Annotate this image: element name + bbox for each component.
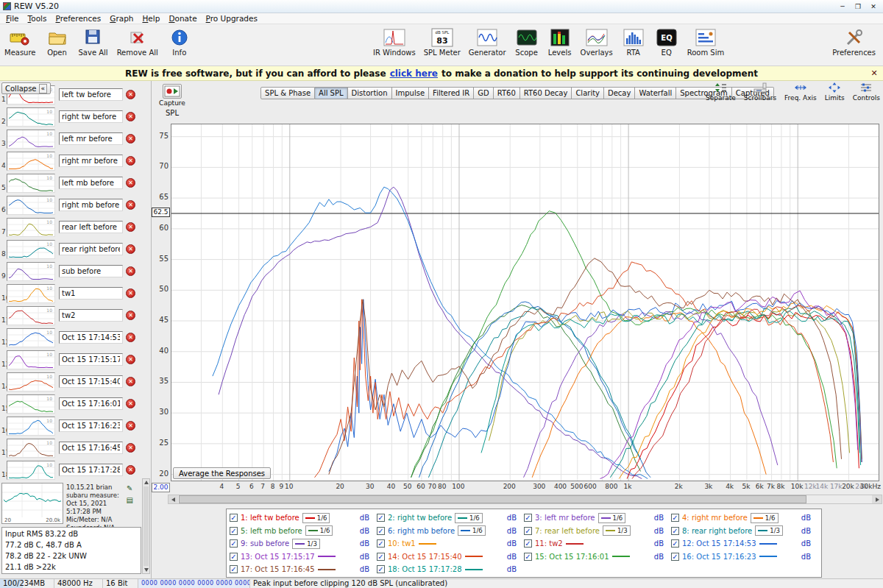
- legend-label[interactable]: 15: Oct 15 17:16:01: [535, 553, 609, 561]
- remove-all-button[interactable]: Remove All: [116, 26, 160, 57]
- measurement-details-icon[interactable]: ▤: [127, 496, 133, 504]
- scrollbars-button[interactable]: Scrollbars: [744, 82, 776, 102]
- legend-checkbox[interactable]: ✓: [377, 514, 385, 522]
- measurement-row[interactable]: 1410✕: [0, 371, 152, 393]
- legend-label[interactable]: 11: tw2: [535, 539, 563, 548]
- maximize-icon[interactable]: ❐: [851, 1, 865, 12]
- delete-measurement-icon[interactable]: ✕: [126, 244, 135, 254]
- scroll-left-arrow[interactable]: [169, 495, 178, 503]
- delete-measurement-icon[interactable]: ✕: [126, 311, 135, 320]
- measurement-thumbnail[interactable]: 10: [7, 284, 55, 303]
- measurement-name-input[interactable]: [59, 464, 123, 476]
- donate-link[interactable]: click here: [390, 68, 438, 79]
- delete-measurement-icon[interactable]: ✕: [126, 443, 135, 453]
- tab-gd[interactable]: GD: [474, 87, 493, 99]
- measurement-name-input[interactable]: [59, 243, 123, 255]
- legend-checkbox[interactable]: ✓: [671, 527, 679, 535]
- measurement-row[interactable]: 610✕: [0, 194, 152, 216]
- measurement-row[interactable]: 1210✕: [0, 327, 152, 349]
- generator-button[interactable]: Generator: [467, 26, 508, 57]
- measurement-row[interactable]: 910✕: [0, 261, 152, 283]
- tab-impulse[interactable]: Impulse: [392, 87, 430, 99]
- legend-checkbox[interactable]: ✓: [230, 539, 238, 548]
- close-icon[interactable]: ✕: [867, 1, 880, 12]
- tab-waterfall[interactable]: Waterfall: [635, 87, 676, 99]
- delete-measurement-icon[interactable]: ✕: [126, 377, 135, 386]
- measurement-thumbnail[interactable]: 10: [7, 152, 55, 171]
- measurement-thumbnail[interactable]: 10: [7, 218, 55, 237]
- legend-checkbox[interactable]: ✓: [230, 565, 238, 573]
- save-all-button[interactable]: Save All: [77, 26, 110, 57]
- delete-measurement-icon[interactable]: ✕: [126, 134, 135, 144]
- tab-spl-phase[interactable]: SPL & Phase: [260, 87, 315, 99]
- minimize-icon[interactable]: ─: [836, 1, 849, 12]
- menu-tools[interactable]: Tools: [24, 14, 52, 23]
- measurement-name-input[interactable]: [59, 132, 123, 145]
- measurement-name-input[interactable]: [59, 375, 123, 388]
- separate-button[interactable]: Separate: [706, 82, 736, 102]
- tab-all-spl[interactable]: All SPL: [315, 87, 348, 99]
- measurement-name-input[interactable]: [59, 221, 123, 233]
- legend-label[interactable]: 6: right mb before: [388, 527, 455, 535]
- measurement-name-input[interactable]: [59, 419, 123, 432]
- delete-measurement-icon[interactable]: ✕: [126, 266, 135, 276]
- measurement-preview-thumbnail[interactable]: 20 20.0k: [1, 483, 63, 524]
- legend-checkbox[interactable]: ✓: [230, 553, 238, 561]
- scrollbar-track[interactable]: [143, 486, 149, 566]
- legend-checkbox[interactable]: ✓: [524, 527, 532, 535]
- measurement-name-input[interactable]: [59, 287, 123, 300]
- preferences-button[interactable]: Preferences: [831, 26, 877, 57]
- tab-distortion[interactable]: Distortion: [348, 87, 392, 99]
- measurement-row[interactable]: 1810✕: [0, 459, 152, 481]
- rta-button[interactable]: RTA: [620, 26, 648, 57]
- measurement-row[interactable]: 710✕: [0, 216, 152, 238]
- measurement-row[interactable]: 1710✕: [0, 437, 152, 459]
- legend-checkbox[interactable]: ✓: [671, 553, 679, 561]
- tab-decay[interactable]: Decay: [604, 87, 635, 99]
- measurement-name-input[interactable]: [59, 397, 123, 410]
- legend-label[interactable]: 12: Oct 15 17:14:53: [682, 539, 756, 548]
- measurement-row[interactable]: 810✕: [0, 238, 152, 261]
- measurement-thumbnail[interactable]: 10: [7, 174, 55, 193]
- menu-preferences[interactable]: Preferences: [51, 14, 105, 23]
- measurement-row[interactable]: 410✕: [0, 150, 152, 172]
- measurement-row[interactable]: 210✕: [0, 106, 152, 128]
- legend-label[interactable]: 10: tw1: [388, 539, 416, 548]
- legend-label[interactable]: 7: rear left before: [535, 527, 600, 535]
- edit-notes-icon[interactable]: ✎: [127, 484, 133, 492]
- delete-measurement-icon[interactable]: ✕: [126, 355, 135, 364]
- legend-checkbox[interactable]: ✓: [377, 539, 385, 548]
- delete-measurement-icon[interactable]: ✕: [126, 200, 135, 210]
- measurement-thumbnail[interactable]: 10: [7, 306, 55, 325]
- info-button[interactable]: Info: [166, 26, 194, 57]
- measurement-thumbnail[interactable]: 10: [7, 107, 55, 127]
- measurement-thumbnail[interactable]: 10: [7, 439, 55, 458]
- scroll-down-arrow[interactable]: [144, 568, 149, 572]
- measure-button[interactable]: Measure: [3, 26, 38, 57]
- measurement-name-input[interactable]: [59, 309, 123, 322]
- legend-checkbox[interactable]: ✓: [524, 539, 532, 548]
- delete-measurement-icon[interactable]: ✕: [126, 222, 135, 232]
- scroll-right-arrow[interactable]: [872, 495, 882, 503]
- measurement-name-input[interactable]: [59, 110, 123, 123]
- measurement-thumbnail[interactable]: 10: [7, 372, 55, 392]
- measurement-thumbnail[interactable]: 10: [7, 350, 55, 369]
- measurement-name-input[interactable]: [59, 155, 123, 167]
- legend-checkbox[interactable]: ✓: [377, 565, 385, 573]
- measurement-name-input[interactable]: [59, 353, 123, 366]
- legend-label[interactable]: 17: Oct 15 17:16:45: [241, 565, 315, 573]
- measurement-name-input[interactable]: [59, 331, 123, 344]
- eq-button[interactable]: EQEQ: [653, 26, 681, 57]
- delete-measurement-icon[interactable]: ✕: [126, 112, 135, 121]
- capture-button[interactable]: [163, 84, 182, 99]
- tab-rt60-decay[interactable]: RT60 Decay: [520, 87, 572, 99]
- legend-label[interactable]: 14: Oct 15 17:15:40: [388, 553, 462, 561]
- legend-checkbox[interactable]: ✓: [524, 553, 532, 561]
- measurement-thumbnail[interactable]: 10: [7, 196, 55, 215]
- freq-axis-button[interactable]: Freq. Axis: [784, 82, 817, 102]
- scope-button[interactable]: Scope: [513, 26, 541, 57]
- overlays-button[interactable]: Overlays: [579, 26, 614, 57]
- measurement-name-input[interactable]: [59, 442, 123, 454]
- legend-checkbox[interactable]: ✓: [230, 527, 238, 535]
- legend-label[interactable]: 2: right tw before: [388, 514, 452, 522]
